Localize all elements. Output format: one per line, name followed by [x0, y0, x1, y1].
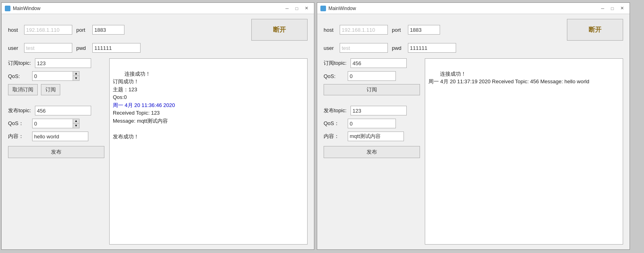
sub-topic-input-2[interactable]: [351, 58, 407, 68]
sub-qos-label-1: QoS:: [8, 73, 28, 79]
window-1: MainWindow ─ □ ✕ host port 断开 user pwd: [1, 2, 314, 250]
sub-qos-row-1: QoS: ▲ ▼: [8, 71, 104, 81]
pub-topic-input-1[interactable]: [35, 106, 91, 115]
pub-qos-up-1[interactable]: ▲: [73, 119, 79, 123]
log-text-1: 连接成功！ 订阅成功！ 主题：123 Qos:0 周一 4月 20 11:36:…: [113, 71, 175, 140]
publish-button-2[interactable]: 发布: [324, 146, 420, 158]
sub-qos-down-1[interactable]: ▼: [73, 76, 79, 80]
connection-row-1: host port 断开: [8, 19, 308, 41]
user-input-2[interactable]: [340, 43, 388, 53]
connection-row-2: host port 断开: [324, 19, 623, 41]
user-label-1: user: [8, 45, 20, 51]
window-controls-2: ─ □ ✕: [598, 5, 626, 12]
pub-topic-row-1: 发布topic:: [8, 106, 104, 115]
sub-qos-up-1[interactable]: ▲: [73, 72, 79, 76]
disconnect-button-2[interactable]: 断开: [567, 19, 623, 41]
maximize-button-2[interactable]: □: [608, 5, 617, 12]
port-label-2: port: [392, 27, 404, 33]
app-icon-1: [5, 6, 10, 11]
host-label-1: host: [8, 27, 20, 33]
host-input-1[interactable]: [24, 25, 72, 35]
content-label-1: 内容：: [8, 133, 28, 140]
content-label-2: 内容：: [324, 133, 344, 140]
window-controls-1: ─ □ ✕: [283, 5, 311, 12]
content-input-1[interactable]: [32, 132, 88, 141]
maximize-button-1[interactable]: □: [292, 5, 301, 12]
content-2: host port 断开 user pwd 订阅topic: QoS:: [317, 14, 630, 249]
pub-topic-label-2: 发布topic:: [324, 107, 346, 114]
sub-qos-spinner-btns-1: ▲ ▼: [73, 72, 79, 80]
disconnect-button-1[interactable]: 断开: [251, 19, 308, 41]
window-2: MainWindow ─ □ ✕ host port 断开 user pwd: [317, 2, 630, 250]
user-row-1: user pwd: [8, 43, 308, 53]
pub-qos-label-1: QoS：: [8, 120, 28, 127]
sub-btn-row-1: 取消订阅 订阅: [8, 84, 104, 95]
window-title-1: MainWindow: [13, 6, 280, 11]
subscribe-button-1[interactable]: 订阅: [41, 84, 60, 95]
close-button-2[interactable]: ✕: [618, 5, 626, 12]
sub-qos-input-2[interactable]: [348, 71, 396, 81]
pwd-input-1[interactable]: [92, 43, 141, 53]
user-input-1[interactable]: [24, 43, 72, 53]
pub-topic-row-2: 发布topic:: [324, 106, 420, 115]
titlebar-1: MainWindow ─ □ ✕: [2, 3, 314, 14]
titlebar-2: MainWindow ─ □ ✕: [317, 3, 630, 14]
pub-topic-input-2[interactable]: [351, 106, 407, 115]
sub-qos-spinner-1: ▲ ▼: [32, 71, 79, 81]
host-label-2: host: [324, 27, 336, 33]
log-text-2: 连接成功！ 周一 4月 20 11:37:19 2020 Received To…: [428, 71, 589, 85]
sub-btn-row-2: 订阅: [324, 84, 420, 95]
subscribe-button-2[interactable]: 订阅: [324, 84, 420, 95]
port-label-1: port: [76, 27, 88, 33]
sub-topic-input-1[interactable]: [35, 58, 91, 68]
sub-topic-row-2: 订阅topic:: [324, 58, 420, 68]
user-label-2: user: [324, 45, 336, 51]
pwd-label-1: pwd: [76, 45, 88, 51]
app-icon-2: [320, 6, 326, 11]
sub-qos-row-2: QoS:: [324, 71, 420, 81]
sub-topic-label-1: 订阅topic:: [8, 60, 31, 67]
pub-qos-input-2[interactable]: [348, 119, 396, 128]
pwd-input-2[interactable]: [408, 43, 456, 53]
sub-qos-input-1[interactable]: [33, 72, 73, 80]
port-input-2[interactable]: [408, 25, 440, 35]
close-button-1[interactable]: ✕: [302, 5, 311, 12]
content-row-1: 内容：: [8, 132, 104, 141]
window-title-2: MainWindow: [328, 6, 596, 11]
content-input-2[interactable]: [348, 132, 404, 141]
main-area-2: 订阅topic: QoS: 订阅 发布topic: QoS：: [324, 58, 623, 245]
log-area-2: 连接成功！ 周一 4月 20 11:37:19 2020 Received To…: [425, 58, 623, 245]
main-area-1: 订阅topic: QoS: ▲ ▼ 取消订阅 订阅: [8, 58, 308, 245]
host-input-2[interactable]: [340, 25, 388, 35]
pub-qos-row-1: QoS： ▲ ▼: [8, 119, 104, 128]
log-timestamp-1: 周一 4月 20 11:36:46 2020: [113, 102, 175, 108]
content-row-2: 内容：: [324, 132, 420, 141]
pub-qos-spinner-btns-2: ▲ ▼: [73, 119, 79, 128]
left-panel-2: 订阅topic: QoS: 订阅 发布topic: QoS：: [324, 58, 420, 245]
user-row-2: user pwd: [324, 43, 623, 53]
sub-topic-row-1: 订阅topic:: [8, 58, 104, 68]
content-1: host port 断开 user pwd 订阅topic: QoS:: [2, 14, 314, 249]
port-input-1[interactable]: [92, 25, 124, 35]
pub-qos-label-2: QoS：: [324, 120, 344, 127]
pwd-label-2: pwd: [392, 45, 404, 51]
pub-topic-label-1: 发布topic:: [8, 107, 31, 114]
pub-qos-down-1[interactable]: ▼: [73, 123, 79, 128]
publish-button-1[interactable]: 发布: [8, 146, 104, 158]
sub-topic-label-2: 订阅topic:: [324, 60, 346, 67]
pub-qos-input-1[interactable]: [33, 119, 73, 128]
unsubscribe-button-1[interactable]: 取消订阅: [8, 84, 38, 95]
minimize-button-2[interactable]: ─: [598, 5, 607, 12]
left-panel-1: 订阅topic: QoS: ▲ ▼ 取消订阅 订阅: [8, 58, 104, 245]
sub-qos-label-2: QoS:: [324, 73, 344, 79]
pub-qos-row-2: QoS：: [324, 119, 420, 128]
minimize-button-1[interactable]: ─: [283, 5, 291, 12]
log-area-1: 连接成功！ 订阅成功！ 主题：123 Qos:0 周一 4月 20 11:36:…: [109, 58, 308, 245]
pub-qos-spinner-1: ▲ ▼: [32, 119, 79, 128]
